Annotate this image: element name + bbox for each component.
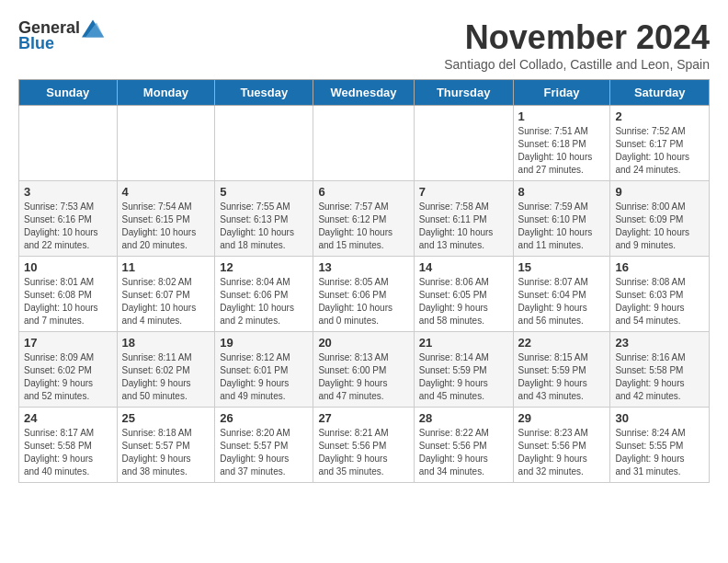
day-number: 21 [419, 336, 508, 350]
day-number: 17 [24, 336, 112, 350]
logo-blue: Blue [18, 34, 54, 53]
logo-icon [82, 19, 104, 38]
calendar-cell: 6Sunrise: 7:57 AM Sunset: 6:12 PM Daylig… [313, 181, 414, 257]
day-info: Sunrise: 7:52 AM Sunset: 6:17 PM Dayligh… [615, 125, 704, 177]
day-number: 2 [615, 109, 704, 123]
calendar-cell: 15Sunrise: 8:07 AM Sunset: 6:04 PM Dayli… [513, 257, 610, 332]
calendar-cell: 27Sunrise: 8:21 AM Sunset: 5:56 PM Dayli… [313, 408, 414, 483]
calendar-cell: 25Sunrise: 8:18 AM Sunset: 5:57 PM Dayli… [117, 408, 215, 483]
header-wednesday: Wednesday [313, 80, 414, 106]
calendar-cell: 20Sunrise: 8:13 AM Sunset: 6:00 PM Dayli… [313, 332, 414, 408]
calendar-cell: 28Sunrise: 8:22 AM Sunset: 5:56 PM Dayli… [414, 408, 513, 483]
day-info: Sunrise: 8:17 AM Sunset: 5:58 PM Dayligh… [24, 427, 112, 478]
calendar-cell: 3Sunrise: 7:53 AM Sunset: 6:16 PM Daylig… [19, 181, 118, 257]
day-info: Sunrise: 8:13 AM Sunset: 6:00 PM Dayligh… [318, 351, 408, 403]
day-info: Sunrise: 8:00 AM Sunset: 6:09 PM Dayligh… [615, 201, 704, 252]
day-number: 3 [24, 185, 112, 199]
day-info: Sunrise: 7:55 AM Sunset: 6:13 PM Dayligh… [220, 201, 308, 252]
calendar-cell: 19Sunrise: 8:12 AM Sunset: 6:01 PM Dayli… [215, 332, 313, 408]
day-info: Sunrise: 7:59 AM Sunset: 6:10 PM Dayligh… [518, 201, 606, 252]
day-number: 1 [518, 109, 606, 123]
day-info: Sunrise: 7:54 AM Sunset: 6:15 PM Dayligh… [122, 201, 210, 252]
page-header: General Blue November 2024 Santiago del … [18, 18, 710, 72]
day-number: 18 [122, 336, 210, 350]
calendar-cell: 29Sunrise: 8:23 AM Sunset: 5:56 PM Dayli… [513, 408, 610, 483]
calendar-cell [215, 106, 313, 181]
day-number: 24 [24, 411, 112, 425]
header-monday: Monday [117, 80, 215, 106]
day-number: 6 [318, 185, 408, 199]
month-title: November 2024 [444, 18, 710, 57]
day-info: Sunrise: 8:05 AM Sunset: 6:06 PM Dayligh… [318, 276, 408, 327]
day-number: 16 [615, 260, 704, 274]
day-number: 8 [518, 185, 606, 199]
day-number: 22 [518, 336, 606, 350]
day-number: 5 [220, 185, 308, 199]
day-info: Sunrise: 8:01 AM Sunset: 6:08 PM Dayligh… [24, 276, 112, 327]
calendar-cell: 14Sunrise: 8:06 AM Sunset: 6:05 PM Dayli… [414, 257, 513, 332]
calendar-cell [19, 106, 118, 181]
calendar-cell [414, 106, 513, 181]
header-tuesday: Tuesday [215, 80, 313, 106]
day-number: 11 [122, 260, 210, 274]
day-info: Sunrise: 7:57 AM Sunset: 6:12 PM Dayligh… [318, 201, 408, 252]
day-number: 23 [615, 336, 704, 350]
day-info: Sunrise: 8:11 AM Sunset: 6:02 PM Dayligh… [122, 351, 210, 403]
day-info: Sunrise: 8:21 AM Sunset: 5:56 PM Dayligh… [318, 427, 408, 478]
day-info: Sunrise: 8:04 AM Sunset: 6:06 PM Dayligh… [220, 276, 308, 327]
calendar-cell: 4Sunrise: 7:54 AM Sunset: 6:15 PM Daylig… [117, 181, 215, 257]
calendar: Sunday Monday Tuesday Wednesday Thursday… [18, 79, 710, 483]
day-number: 30 [615, 411, 704, 425]
calendar-cell: 18Sunrise: 8:11 AM Sunset: 6:02 PM Dayli… [117, 332, 215, 408]
calendar-cell: 26Sunrise: 8:20 AM Sunset: 5:57 PM Dayli… [215, 408, 313, 483]
calendar-week-5: 24Sunrise: 8:17 AM Sunset: 5:58 PM Dayli… [19, 408, 710, 483]
calendar-cell: 16Sunrise: 8:08 AM Sunset: 6:03 PM Dayli… [610, 257, 710, 332]
header-friday: Friday [513, 80, 610, 106]
calendar-cell: 5Sunrise: 7:55 AM Sunset: 6:13 PM Daylig… [215, 181, 313, 257]
calendar-week-2: 3Sunrise: 7:53 AM Sunset: 6:16 PM Daylig… [19, 181, 710, 257]
day-number: 26 [220, 411, 308, 425]
calendar-cell: 21Sunrise: 8:14 AM Sunset: 5:59 PM Dayli… [414, 332, 513, 408]
day-info: Sunrise: 8:14 AM Sunset: 5:59 PM Dayligh… [419, 351, 508, 403]
calendar-cell: 7Sunrise: 7:58 AM Sunset: 6:11 PM Daylig… [414, 181, 513, 257]
calendar-cell [117, 106, 215, 181]
header-thursday: Thursday [414, 80, 513, 106]
day-number: 14 [419, 260, 508, 274]
header-sunday: Sunday [19, 80, 118, 106]
subtitle: Santiago del Collado, Castille and Leon,… [444, 57, 710, 72]
day-number: 27 [318, 411, 408, 425]
day-info: Sunrise: 8:16 AM Sunset: 5:58 PM Dayligh… [615, 351, 704, 403]
logo: General Blue [18, 18, 104, 53]
calendar-cell: 11Sunrise: 8:02 AM Sunset: 6:07 PM Dayli… [117, 257, 215, 332]
calendar-cell: 22Sunrise: 8:15 AM Sunset: 5:59 PM Dayli… [513, 332, 610, 408]
calendar-cell: 8Sunrise: 7:59 AM Sunset: 6:10 PM Daylig… [513, 181, 610, 257]
day-number: 28 [419, 411, 508, 425]
day-info: Sunrise: 8:22 AM Sunset: 5:56 PM Dayligh… [419, 427, 508, 478]
day-info: Sunrise: 8:18 AM Sunset: 5:57 PM Dayligh… [122, 427, 210, 478]
day-number: 19 [220, 336, 308, 350]
day-info: Sunrise: 8:08 AM Sunset: 6:03 PM Dayligh… [615, 276, 704, 327]
calendar-cell: 1Sunrise: 7:51 AM Sunset: 6:18 PM Daylig… [513, 106, 610, 181]
day-info: Sunrise: 8:07 AM Sunset: 6:04 PM Dayligh… [518, 276, 606, 327]
day-number: 4 [122, 185, 210, 199]
calendar-cell: 24Sunrise: 8:17 AM Sunset: 5:58 PM Dayli… [19, 408, 118, 483]
calendar-week-1: 1Sunrise: 7:51 AM Sunset: 6:18 PM Daylig… [19, 106, 710, 181]
day-info: Sunrise: 8:24 AM Sunset: 5:55 PM Dayligh… [615, 427, 704, 478]
day-info: Sunrise: 8:15 AM Sunset: 5:59 PM Dayligh… [518, 351, 606, 403]
calendar-week-4: 17Sunrise: 8:09 AM Sunset: 6:02 PM Dayli… [19, 332, 710, 408]
day-number: 25 [122, 411, 210, 425]
calendar-cell: 13Sunrise: 8:05 AM Sunset: 6:06 PM Dayli… [313, 257, 414, 332]
day-info: Sunrise: 8:20 AM Sunset: 5:57 PM Dayligh… [220, 427, 308, 478]
day-number: 29 [518, 411, 606, 425]
day-number: 10 [24, 260, 112, 274]
calendar-cell: 9Sunrise: 8:00 AM Sunset: 6:09 PM Daylig… [610, 181, 710, 257]
calendar-week-3: 10Sunrise: 8:01 AM Sunset: 6:08 PM Dayli… [19, 257, 710, 332]
day-number: 20 [318, 336, 408, 350]
day-number: 7 [419, 185, 508, 199]
title-section: November 2024 Santiago del Collado, Cast… [444, 18, 710, 72]
calendar-header-row: Sunday Monday Tuesday Wednesday Thursday… [19, 80, 710, 106]
calendar-cell: 12Sunrise: 8:04 AM Sunset: 6:06 PM Dayli… [215, 257, 313, 332]
day-number: 15 [518, 260, 606, 274]
header-saturday: Saturday [610, 80, 710, 106]
calendar-cell: 30Sunrise: 8:24 AM Sunset: 5:55 PM Dayli… [610, 408, 710, 483]
